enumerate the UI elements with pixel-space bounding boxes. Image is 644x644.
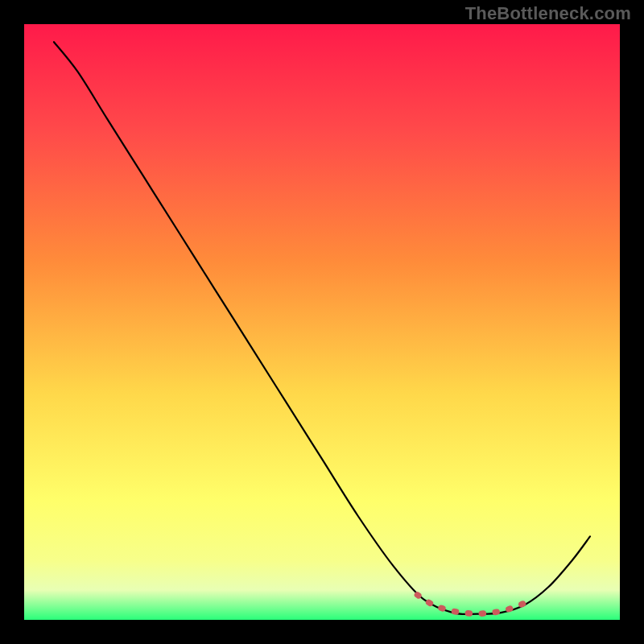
watermark-label: TheBottleneck.com xyxy=(465,3,631,24)
plot-background xyxy=(24,24,620,620)
chart-figure: TheBottleneck.com xyxy=(0,0,644,644)
chart-svg xyxy=(0,0,644,644)
